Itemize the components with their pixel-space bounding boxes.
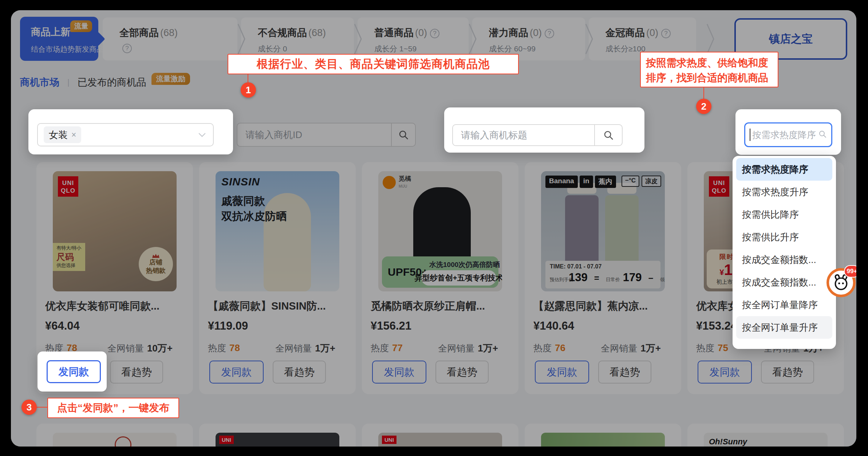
tour-step3-number: 3 <box>21 400 37 415</box>
category-filter-panel: 女装 × <box>28 109 233 154</box>
tour-connector-line <box>703 87 704 99</box>
text-cursor <box>750 129 750 141</box>
category-select[interactable]: 女装 × <box>37 123 214 146</box>
tour-step2-line2: 排序，找到合适的商机商品 <box>646 70 773 85</box>
search-icon <box>603 130 614 141</box>
opportunity-title-input[interactable]: 请输入商机标题 <box>452 124 623 146</box>
tour-step3-box: 点击“发同款”，一键发布 <box>47 398 179 418</box>
input-placeholder: 请输入商机标题 <box>453 129 527 142</box>
tour-step2-line1: 按照需求热度、供给饱和度 <box>646 55 773 70</box>
tour-step2-number: 2 <box>696 99 711 114</box>
sort-option[interactable]: 按需求热度升序 <box>736 181 832 203</box>
publish-spotlight: 发同款 <box>38 351 107 392</box>
category-tag[interactable]: 女装 × <box>44 126 81 143</box>
sort-value: 按需求热度降序 <box>752 129 816 141</box>
chevron-down-icon <box>197 130 207 140</box>
tour-step2-box: 按照需求热度、供给饱和度 排序，找到合适的商机商品 <box>640 52 778 87</box>
sort-option[interactable]: 按成交金额指数... <box>736 271 832 294</box>
title-search-panel: 请输入商机标题 <box>444 107 644 153</box>
publish-same-button[interactable]: 发同款 <box>47 360 101 383</box>
sort-option[interactable]: 按全网订单量升序 <box>736 316 832 339</box>
category-tag-label: 女装 <box>49 129 68 141</box>
sort-option[interactable]: 按全网订单量降序 <box>736 294 832 316</box>
app-window: 商品上新 流量 结合市场趋势新发商品 全部商品(68) ? 不合规商品(68) … <box>11 10 856 447</box>
tour-step1-number: 1 <box>241 82 256 98</box>
sort-panel: 按需求热度降序 <box>735 109 841 155</box>
sort-input[interactable]: 按需求热度降序 <box>744 122 832 147</box>
search-icon <box>818 130 827 140</box>
tag-close-icon[interactable]: × <box>71 130 76 140</box>
screenshot-stage: 商品上新 流量 结合市场趋势新发商品 全部商品(68) ? 不合规商品(68) … <box>0 0 868 456</box>
notification-badge: 99+ <box>844 265 856 278</box>
tour-connector-line <box>248 74 248 82</box>
search-button[interactable] <box>594 125 622 145</box>
sort-option[interactable]: 按需求热度降序 <box>736 158 832 181</box>
tour-step1-box: 根据行业、类目、商品关键词筛选商机商品池 <box>228 54 519 74</box>
sort-option[interactable]: 按需供比降序 <box>736 203 832 226</box>
tour-connector-line <box>37 407 47 408</box>
sort-dropdown-menu: 按需求热度降序 按需求热度升序 按需供比降序 按需供比升序 按成交金额指数...… <box>733 156 836 349</box>
sort-option[interactable]: 按成交金额指数... <box>736 248 832 271</box>
sort-option[interactable]: 按需供比升序 <box>736 226 832 248</box>
